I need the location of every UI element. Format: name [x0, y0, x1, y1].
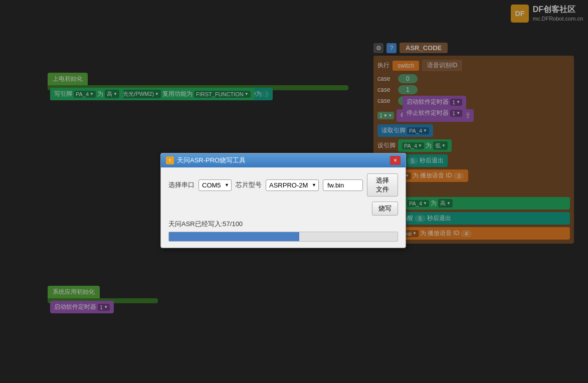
port-select[interactable]: COM5	[199, 179, 232, 191]
progress-bar-container	[168, 232, 398, 242]
canvas: 上电初始化 声明 val 为 无符号8位整数 并赋值为 播报音设置 娇娇-邻家女…	[0, 0, 588, 383]
dialog-row-2: 烧写	[168, 202, 398, 216]
select-file-button[interactable]: 选择文件	[367, 173, 398, 197]
progress-bar-fill	[169, 232, 299, 241]
burn-tool-dialog: T 天问ASR-PRO烧写工具 × 选择串口 COM5 芯片型号 ASRPRO-…	[160, 153, 406, 248]
dialog-title-icon: T	[166, 156, 174, 164]
port-label: 选择串口	[168, 180, 194, 189]
port-select-wrapper: COM5	[199, 179, 232, 191]
chip-select[interactable]: ASRPRO-2M	[266, 179, 319, 191]
dialog-title: 天问ASR-PRO烧写工具	[177, 156, 246, 165]
dialog-body: 选择串口 COM5 芯片型号 ASRPRO-2M 选择文件 烧写	[161, 167, 406, 248]
chip-select-wrapper: ASRPRO-2M	[266, 179, 319, 191]
dialog-close-button[interactable]: ×	[390, 156, 401, 165]
chip-label: 芯片型号	[236, 180, 262, 189]
svg-text:T: T	[169, 158, 171, 163]
file-input[interactable]	[323, 179, 363, 191]
dialog-row-1: 选择串口 COM5 芯片型号 ASRPRO-2M 选择文件	[168, 173, 398, 197]
dialog-titlebar: T 天问ASR-PRO烧写工具 ×	[161, 153, 406, 167]
burn-button[interactable]: 烧写	[372, 202, 398, 216]
dialog-progress-text: 天问ASR已经写入:57/100	[168, 220, 398, 229]
